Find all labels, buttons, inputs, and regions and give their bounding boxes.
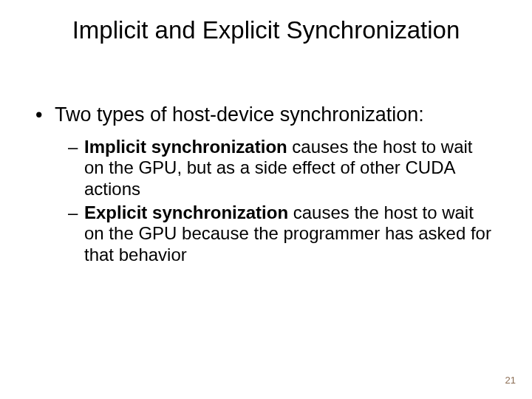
slide-body: Two types of host-device synchronization… <box>35 103 497 268</box>
slide-title: Implicit and Explicit Synchronization <box>0 16 532 44</box>
bullet-bold-term: Implicit synchronization <box>84 137 287 157</box>
bullet-level1: Two types of host-device synchronization… <box>35 103 497 126</box>
bullet-bold-term: Explicit synchronization <box>84 202 288 222</box>
page-number: 21 <box>505 375 516 386</box>
bullet-level2: Implicit synchronization causes the host… <box>68 137 497 200</box>
bullet-level2: Explicit synchronization causes the host… <box>68 202 497 265</box>
slide: Implicit and Explicit Synchronization Tw… <box>0 0 532 399</box>
